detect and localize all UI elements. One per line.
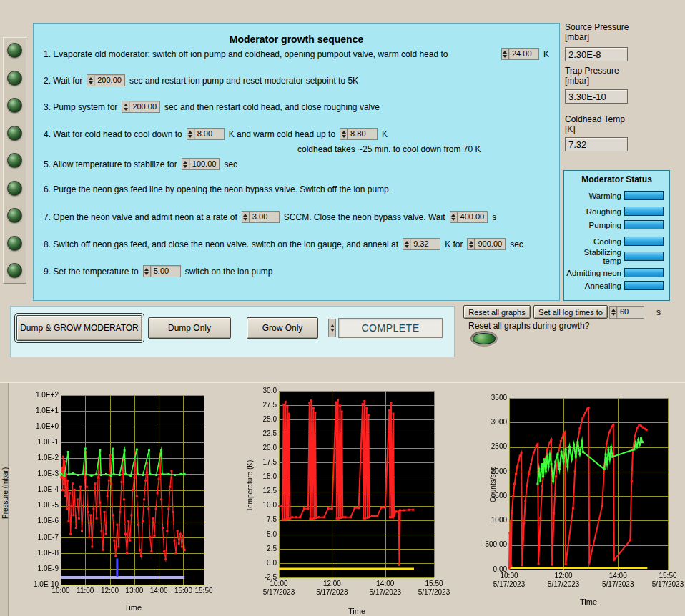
neon-rate-input[interactable]: 3.00	[242, 211, 280, 223]
step-2-text: 2. Wait for	[44, 76, 82, 86]
led-indicator-3	[7, 98, 22, 113]
spinner-arrows-icon[interactable]	[182, 158, 189, 170]
status-label-admitting-neon: Admitting neon	[564, 269, 624, 277]
dump-and-grow-button[interactable]: Dump & GROW MODERATOR	[16, 315, 142, 341]
setpoint-temp-value[interactable]: 5.00	[151, 265, 181, 277]
step-1-text: 1. Evaporate old moderator: switch off i…	[44, 49, 448, 59]
log-time-value[interactable]: 60	[617, 306, 644, 319]
step-7: 7. Open the neon valve and admit neon at…	[44, 211, 549, 223]
counts-chart[interactable]	[473, 392, 685, 602]
temperature-axis-label: Temperature (K)	[246, 432, 254, 540]
step-1-unit: K	[543, 49, 549, 59]
step-5-unit: sec	[224, 159, 237, 169]
wait-seconds-value[interactable]: 200.00	[94, 74, 125, 86]
cooldown-temp-input[interactable]: 8.00	[187, 128, 225, 140]
coldhead-temp-label: Coldhead Temp [K]	[565, 114, 679, 134]
step-8: 8. Switch off neon gas feed, and close t…	[44, 238, 549, 250]
spinner-arrows-icon[interactable]	[122, 101, 129, 113]
step-3-text: 3. Pump system for	[44, 102, 117, 112]
led-indicator-7	[7, 208, 22, 223]
dump-only-button[interactable]: Dump Only	[148, 317, 231, 339]
step-2: 2. Wait for 200.00 sec and restart ion p…	[44, 74, 549, 86]
step-8-text-mid: K for	[445, 239, 463, 249]
counts-chart-block	[473, 392, 685, 602]
anneal-seconds-value[interactable]: 900.00	[475, 238, 506, 250]
status-row-warming: Warming	[564, 189, 669, 202]
pressure-chart[interactable]	[27, 389, 220, 604]
cooldown-temp-value[interactable]: 8.00	[194, 128, 225, 140]
status-row-pumping: Pumping	[564, 219, 669, 231]
status-label-pumping: Pumping	[564, 221, 624, 229]
status-bar-cooling	[624, 237, 664, 246]
warmup-temp-input[interactable]: 8.80	[340, 128, 378, 140]
step-2-text-after: sec and restart ion pump and reset moder…	[129, 76, 358, 86]
led-indicator-5	[7, 153, 22, 168]
anneal-seconds-input[interactable]: 900.00	[467, 238, 506, 250]
status-row-cooling: Cooling	[564, 235, 669, 247]
stabilize-seconds-input[interactable]: 100.00	[182, 158, 220, 170]
pump-seconds-input[interactable]: 200.00	[122, 101, 160, 113]
moderator-control-panel: Moderator growth sequence 1. Evaporate o…	[0, 0, 685, 616]
spinner-arrows-icon[interactable]	[609, 306, 617, 319]
neon-rate-value[interactable]: 3.00	[250, 211, 280, 223]
spinner-arrows-icon[interactable]	[403, 238, 410, 250]
temperature-time-label: Time	[317, 607, 397, 615]
step-8-text: 8. Switch off neon gas feed, and close t…	[44, 239, 398, 249]
coldhead-temp-label-line1: Coldhead Temp	[565, 114, 679, 124]
set-log-times-button[interactable]: Set all log times to	[533, 305, 608, 319]
spinner-arrows-icon[interactable]	[501, 48, 509, 60]
status-row-annealing: Annealing	[564, 279, 669, 292]
pressure-axis-label: Pressure (mbar)	[1, 437, 9, 548]
spinner-arrows-icon[interactable]	[187, 128, 194, 140]
coldhead-temp-readout: 7.32	[565, 137, 628, 151]
spinner-arrows-icon[interactable]	[340, 128, 348, 140]
status-bar-stabilizing	[624, 252, 664, 261]
green-led-icon	[473, 333, 496, 344]
trap-pressure-label-line1: Trap Pressure	[565, 66, 679, 76]
temperature-chart[interactable]	[243, 384, 458, 602]
grow-only-button[interactable]: Grow Only	[247, 317, 318, 339]
step-1: 1. Evaporate old moderator: switch off i…	[44, 48, 549, 60]
step-9: 9. Set the temperature to 5.00 switch on…	[44, 265, 549, 277]
spinner-arrows-icon[interactable]	[450, 211, 458, 223]
wait-seconds-input[interactable]: 200.00	[87, 74, 125, 86]
anneal-temp-input[interactable]: 9.32	[403, 238, 440, 250]
stabilize-seconds-value[interactable]: 100.00	[189, 158, 220, 170]
led-indicator-9	[7, 263, 22, 278]
pressure-time-label: Time	[93, 603, 173, 612]
led-indicator-1	[7, 43, 22, 58]
neon-wait-input[interactable]: 400.00	[450, 211, 488, 223]
reset-during-growth-toggle[interactable]	[470, 331, 498, 347]
trap-pressure-label-line2: [mbar]	[565, 76, 679, 86]
led-indicator-6	[7, 181, 22, 196]
spinner-arrows-icon[interactable]	[143, 265, 151, 277]
panel-title: Moderator growth sequence	[34, 34, 559, 45]
step-5-text: 5. Allow temperature to stabilize for	[44, 159, 177, 169]
warmup-temp-value[interactable]: 8.80	[348, 128, 378, 140]
anneal-temp-value[interactable]: 9.32	[410, 238, 440, 250]
neon-wait-value[interactable]: 400.00	[458, 211, 488, 223]
warm-cold-head-temp-value[interactable]: 24.00	[509, 48, 539, 60]
led-indicator-4	[7, 126, 22, 141]
setpoint-temp-input[interactable]: 5.00	[143, 265, 181, 277]
step-7-text-mid: SCCM. Close the neon bypass valve. Wait	[284, 212, 445, 222]
step-6-text: 6. Purge the neon gas feed line by openi…	[44, 184, 391, 194]
led-indicator-2	[7, 71, 22, 86]
spinner-arrows-icon[interactable]	[328, 319, 336, 337]
source-pressure-label: Source Pressure [mbar]	[565, 22, 679, 42]
state-ring-spinner[interactable]	[328, 319, 336, 337]
spinner-arrows-icon[interactable]	[242, 211, 250, 223]
warm-cold-head-temp-input[interactable]: 24.00	[501, 48, 539, 60]
led-indicator-8	[7, 236, 22, 251]
log-time-unit: s	[656, 307, 661, 317]
pump-seconds-value[interactable]: 200.00	[129, 101, 160, 113]
log-time-input[interactable]: 60	[609, 306, 644, 319]
trap-pressure-readout: 3.30E-10	[565, 89, 628, 104]
status-bar-roughing	[624, 207, 664, 216]
status-label-cooling: Cooling	[564, 237, 624, 246]
spinner-arrows-icon[interactable]	[467, 238, 475, 250]
reset-all-graphs-button[interactable]: Reset all graphs	[463, 305, 531, 319]
spinner-arrows-icon[interactable]	[87, 74, 94, 86]
step-4: 4. Wait for cold head to cool down to 8.…	[44, 128, 549, 140]
status-row-admitting-neon: Admitting neon	[564, 267, 669, 279]
